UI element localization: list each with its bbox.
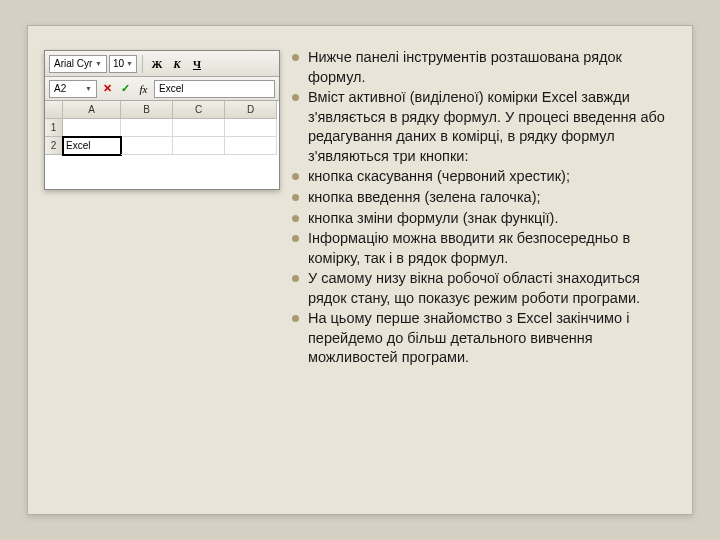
cell-reference: A2 <box>54 83 66 94</box>
col-header-c[interactable]: C <box>173 101 225 119</box>
formula-value: Excel <box>159 83 183 94</box>
left-column: Arial Cyr ▼ 10 ▼ Ж К Ч A2 ▼ ✕ ✓ f <box>44 40 280 500</box>
cell-b1[interactable] <box>121 119 173 137</box>
col-header-a[interactable]: A <box>63 101 121 119</box>
select-all-corner[interactable] <box>45 101 63 119</box>
font-size-value: 10 <box>113 58 124 69</box>
row-header-1[interactable]: 1 <box>45 119 63 137</box>
name-box[interactable]: A2 ▼ <box>49 80 97 98</box>
enter-button[interactable]: ✓ <box>118 81 133 97</box>
bullet-list: Нижче панелі інструментів розташована ря… <box>290 48 676 368</box>
bold-button[interactable]: Ж <box>148 55 166 73</box>
excel-screenshot: Arial Cyr ▼ 10 ▼ Ж К Ч A2 ▼ ✕ ✓ f <box>44 50 280 190</box>
cell-b2[interactable] <box>121 137 173 155</box>
formula-bar: A2 ▼ ✕ ✓ fx Excel <box>45 77 279 101</box>
slide-card: Arial Cyr ▼ 10 ▼ Ж К Ч A2 ▼ ✕ ✓ f <box>27 25 693 515</box>
spreadsheet-grid: A B C D 1 2 Excel <box>45 101 279 189</box>
col-header-b[interactable]: B <box>121 101 173 119</box>
list-item: Вміст активної (виділеної) комірки Excel… <box>290 88 676 166</box>
font-name-value: Arial Cyr <box>54 58 92 69</box>
list-item: У самому низу вікна робочої області знах… <box>290 269 676 308</box>
font-size-combo[interactable]: 10 ▼ <box>109 55 137 73</box>
col-header-d[interactable]: D <box>225 101 277 119</box>
toolbar-separator <box>142 55 143 73</box>
cell-d1[interactable] <box>225 119 277 137</box>
list-item: На цьому перше знайомство з Excel закінч… <box>290 309 676 368</box>
cell-a2-active[interactable]: Excel <box>63 137 121 155</box>
italic-button[interactable]: К <box>168 55 186 73</box>
cancel-button[interactable]: ✕ <box>100 81 115 97</box>
formula-input[interactable]: Excel <box>154 80 275 98</box>
list-item: Інформацію можна вводити як безпосереднь… <box>290 229 676 268</box>
cell-d2[interactable] <box>225 137 277 155</box>
row-header-2[interactable]: 2 <box>45 137 63 155</box>
list-item: кнопка зміни формули (знак функції). <box>290 209 676 229</box>
font-name-combo[interactable]: Arial Cyr ▼ <box>49 55 107 73</box>
cell-c1[interactable] <box>173 119 225 137</box>
cell-a1[interactable] <box>63 119 121 137</box>
chevron-down-icon: ▼ <box>126 60 133 67</box>
list-item: кнопка скасування (червоний хрестик); <box>290 167 676 187</box>
chevron-down-icon: ▼ <box>95 60 102 67</box>
cell-c2[interactable] <box>173 137 225 155</box>
excel-format-toolbar: Arial Cyr ▼ 10 ▼ Ж К Ч <box>45 51 279 77</box>
fx-button[interactable]: fx <box>136 81 151 97</box>
right-column: Нижче панелі інструментів розташована ря… <box>290 40 676 500</box>
chevron-down-icon: ▼ <box>85 85 92 92</box>
list-item: кнопка введення (зелена галочка); <box>290 188 676 208</box>
underline-button[interactable]: Ч <box>188 55 206 73</box>
list-item: Нижче панелі інструментів розташована ря… <box>290 48 676 87</box>
